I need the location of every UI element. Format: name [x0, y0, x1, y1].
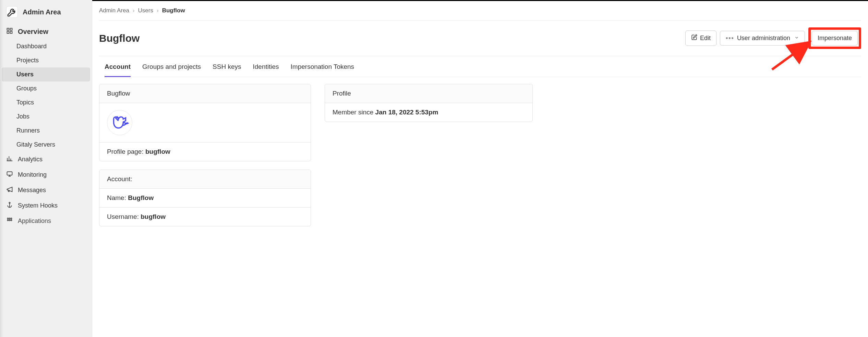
impersonate-button[interactable]: Impersonate [812, 31, 858, 46]
grid-icon [6, 217, 13, 225]
sidebar-item-users[interactable]: Users [2, 67, 90, 82]
sidebar-item-applications[interactable]: Applications [0, 213, 92, 229]
breadcrumb-item[interactable]: Admin Area [99, 7, 129, 14]
member-since-row: Member since Jan 18, 2022 5:53pm [325, 103, 532, 122]
sidebar-item-topics[interactable]: Topics [0, 96, 92, 110]
svg-point-9 [7, 220, 8, 221]
chevron-right-icon: › [157, 7, 159, 14]
right-column: Profile Member since Jan 18, 2022 5:53pm [325, 84, 533, 226]
chevron-down-icon [794, 35, 799, 42]
svg-rect-3 [10, 32, 12, 34]
breadcrumb-item[interactable]: Users [138, 7, 153, 14]
sidebar-item-groups[interactable]: Groups [0, 82, 92, 96]
sidebar-group-label: Overview [18, 28, 48, 36]
svg-point-5 [9, 202, 10, 203]
tabs: Account Groups and projects SSH keys Ide… [105, 56, 861, 77]
chevron-right-icon: › [133, 7, 135, 14]
tab-groups-projects[interactable]: Groups and projects [142, 63, 201, 77]
sidebar-item-jobs[interactable]: Jobs [0, 110, 92, 124]
sidebar-item-monitoring[interactable]: Monitoring [0, 167, 92, 183]
left-column: Bugflow Profile page: bug [99, 84, 311, 226]
svg-rect-1 [10, 28, 12, 30]
overview-icon [6, 27, 13, 36]
title-row: Bugflow Edit ••• User administration Imp… [99, 21, 861, 56]
tab-ssh-keys[interactable]: SSH keys [213, 63, 241, 77]
profile-card-head: Profile [325, 84, 532, 103]
content-columns: Bugflow Profile page: bug [99, 84, 861, 226]
sidebar-title: Admin Area [23, 8, 61, 16]
pencil-icon [691, 34, 697, 42]
action-buttons: Edit ••• User administration Impersonate [685, 27, 861, 49]
account-username-row: Username: bugflow [99, 208, 311, 226]
account-name-row: Name: Bugflow [99, 189, 311, 208]
page-title: Bugflow [99, 33, 140, 44]
edit-button[interactable]: Edit [685, 30, 716, 46]
user-card: Bugflow Profile page: bug [99, 84, 311, 161]
sidebar-item-system-hooks[interactable]: System Hooks [0, 198, 92, 213]
profile-page-label: Profile page: [107, 148, 145, 155]
user-card-head: Bugflow [99, 84, 311, 103]
annotation-highlight: Impersonate [808, 27, 861, 49]
account-card: Account: Name: Bugflow Username: bugflow [99, 170, 311, 226]
sidebar-item-messages[interactable]: Messages [0, 183, 92, 198]
ellipsis-icon: ••• [726, 35, 734, 42]
sidebar: Admin Area Overview Dashboard Projects U… [0, 0, 92, 337]
svg-rect-0 [7, 28, 9, 30]
svg-rect-2 [7, 32, 9, 34]
avatar-row [99, 103, 311, 142]
tab-identities[interactable]: Identities [253, 63, 279, 77]
sidebar-group-overview[interactable]: Overview [0, 24, 92, 39]
chart-icon [6, 155, 13, 164]
main-content: Admin Area › Users › Bugflow Bugflow Edi… [92, 0, 868, 337]
avatar [107, 110, 132, 135]
sidebar-item-runners[interactable]: Runners [0, 124, 92, 138]
svg-marker-13 [127, 122, 129, 124]
svg-point-7 [9, 218, 10, 219]
svg-point-11 [11, 220, 12, 221]
tab-account[interactable]: Account [105, 63, 131, 77]
profile-page-value[interactable]: bugflow [145, 148, 170, 155]
sidebar-header: Admin Area [0, 3, 92, 24]
svg-rect-4 [7, 172, 12, 175]
user-administration-dropdown[interactable]: ••• User administration [720, 31, 805, 46]
profile-page-row: Profile page: bugflow [99, 142, 311, 161]
wrench-icon [6, 6, 18, 18]
breadcrumb: Admin Area › Users › Bugflow [99, 1, 861, 21]
sidebar-item-analytics[interactable]: Analytics [0, 152, 92, 167]
svg-point-8 [11, 218, 12, 219]
sidebar-item-dashboard[interactable]: Dashboard [0, 39, 92, 53]
megaphone-icon [6, 186, 13, 195]
sidebar-item-projects[interactable]: Projects [0, 53, 92, 67]
account-card-head: Account: [99, 170, 311, 189]
monitor-icon [6, 171, 13, 179]
breadcrumb-current: Bugflow [162, 7, 185, 14]
sidebar-item-gitaly[interactable]: Gitaly Servers [0, 138, 92, 152]
anchor-icon [6, 201, 13, 210]
tab-impersonation-tokens[interactable]: Impersonation Tokens [291, 63, 354, 77]
svg-point-10 [9, 220, 10, 221]
profile-card: Profile Member since Jan 18, 2022 5:53pm [325, 84, 533, 122]
svg-point-6 [7, 218, 8, 219]
